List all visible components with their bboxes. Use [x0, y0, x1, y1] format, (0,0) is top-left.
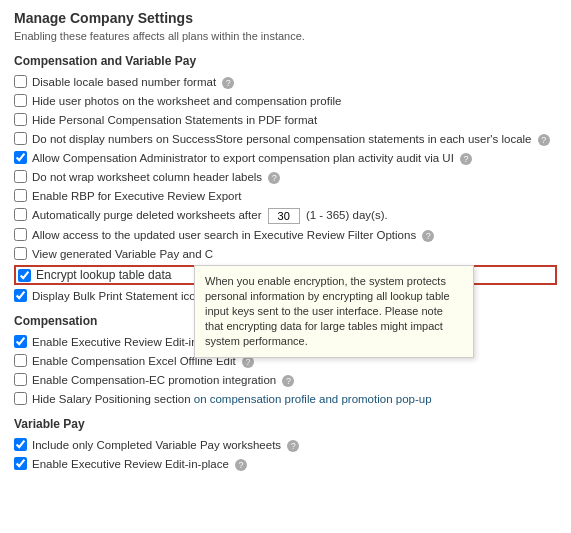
info-icon[interactable]: ? [460, 153, 472, 165]
enable-exec-review-vp-checkbox[interactable] [14, 457, 27, 470]
include-only-completed-checkbox[interactable] [14, 438, 27, 451]
section-title-variable-pay: Variable Pay [14, 417, 557, 431]
allow-access-user-search-checkbox[interactable] [14, 228, 27, 241]
info-icon[interactable]: ? [287, 440, 299, 452]
hide-salary-positioning-checkbox[interactable] [14, 392, 27, 405]
page-subtitle: Enabling these features affects all plan… [14, 30, 557, 42]
hide-personal-statements-checkbox[interactable] [14, 113, 27, 126]
list-item: View generated Variable Pay and C [14, 246, 557, 262]
list-item: Hide user photos on the worksheet and co… [14, 93, 557, 109]
enable-exec-review-vp-label: Enable Executive Review Edit-in-place ? [32, 456, 557, 472]
enable-exec-review-edit-checkbox[interactable] [14, 335, 27, 348]
enable-comp-ec-label: Enable Compensation-EC promotion integra… [32, 372, 557, 388]
list-item: Allow Compensation Administrator to expo… [14, 150, 557, 166]
info-icon[interactable]: ? [268, 172, 280, 184]
info-icon[interactable]: ? [282, 375, 294, 387]
section-title-comp-var-pay: Compensation and Variable Pay [14, 54, 557, 68]
info-icon[interactable]: ? [538, 134, 550, 146]
allow-comp-admin-checkbox[interactable] [14, 151, 27, 164]
list-item: Hide Salary Positioning section on compe… [14, 391, 557, 407]
list-item: Allow access to the updated user search … [14, 227, 557, 243]
disable-locale-label: Disable locale based number format ? [32, 74, 557, 90]
list-item: Enable Compensation-EC promotion integra… [14, 372, 557, 388]
enable-rbp-label: Enable RBP for Executive Review Export [32, 188, 557, 204]
view-generated-variable-pay-label: View generated Variable Pay and C [32, 246, 557, 262]
list-item: Do not wrap worksheet column header labe… [14, 169, 557, 185]
do-not-display-numbers-label: Do not display numbers on SuccessStore p… [32, 131, 557, 147]
display-bulk-print-checkbox[interactable] [14, 289, 27, 302]
allow-access-user-search-label: Allow access to the updated user search … [32, 227, 557, 243]
tooltip-text: When you enable encryption, the system p… [205, 275, 450, 347]
encrypt-lookup-checkbox[interactable] [18, 269, 31, 282]
auto-purge-days-input[interactable] [268, 208, 300, 224]
do-not-wrap-label: Do not wrap worksheet column header labe… [32, 169, 557, 185]
auto-purge-label: Automatically purge deleted worksheets a… [32, 207, 557, 224]
encrypt-lookup-label: Encrypt lookup table data [36, 268, 171, 282]
hide-salary-positioning-label: Hide Salary Positioning section on compe… [32, 391, 557, 407]
do-not-display-numbers-checkbox[interactable] [14, 132, 27, 145]
list-item: Automatically purge deleted worksheets a… [14, 207, 557, 224]
hide-user-photos-checkbox[interactable] [14, 94, 27, 107]
info-icon[interactable]: ? [235, 459, 247, 471]
info-icon[interactable]: ? [422, 230, 434, 242]
info-icon[interactable]: ? [222, 77, 234, 89]
list-item: Do not display numbers on SuccessStore p… [14, 131, 557, 147]
disable-locale-checkbox[interactable] [14, 75, 27, 88]
list-item: Enable RBP for Executive Review Export [14, 188, 557, 204]
auto-purge-checkbox[interactable] [14, 208, 27, 221]
list-item: Disable locale based number format ? [14, 74, 557, 90]
list-item: Hide Personal Compensation Statements in… [14, 112, 557, 128]
include-only-completed-label: Include only Completed Variable Pay work… [32, 437, 557, 453]
enable-comp-ec-checkbox[interactable] [14, 373, 27, 386]
enable-comp-excel-checkbox[interactable] [14, 354, 27, 367]
encrypt-tooltip: When you enable encryption, the system p… [194, 265, 474, 358]
hide-personal-statements-label: Hide Personal Compensation Statements in… [32, 112, 557, 128]
enable-rbp-checkbox[interactable] [14, 189, 27, 202]
list-item: Include only Completed Variable Pay work… [14, 437, 557, 453]
hide-user-photos-label: Hide user photos on the worksheet and co… [32, 93, 557, 109]
page-title: Manage Company Settings [14, 10, 557, 26]
do-not-wrap-checkbox[interactable] [14, 170, 27, 183]
allow-comp-admin-label: Allow Compensation Administrator to expo… [32, 150, 557, 166]
list-item: Enable Executive Review Edit-in-place ? [14, 456, 557, 472]
view-generated-variable-pay-checkbox[interactable] [14, 247, 27, 260]
